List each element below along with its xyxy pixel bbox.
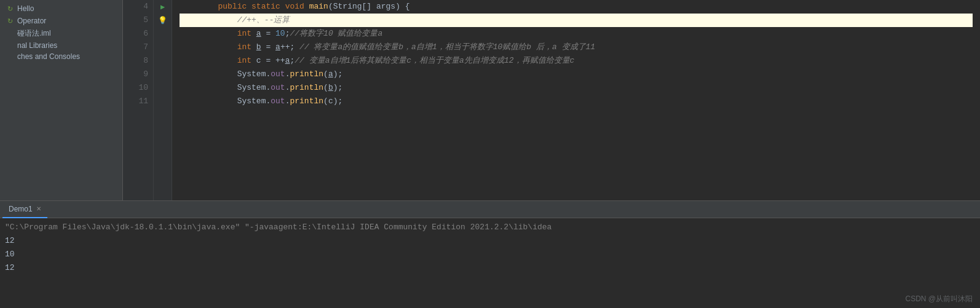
watermark: CSDN @从前叫沐阳 <box>905 292 973 306</box>
line-numbers: 4 5 6 7 8 9 10 11 <box>123 0 154 200</box>
tab-close-icon[interactable]: ✕ <box>36 205 41 212</box>
gutter-6 <box>154 27 172 41</box>
operator-class-icon: ↻ <box>5 16 15 26</box>
bulb-icon: 💡 <box>158 16 167 25</box>
sidebar-item-operator-label: Operator <box>17 17 46 25</box>
code-line-11: System.out.println(c); <box>180 95 973 108</box>
bottom-tabs: Demo1 ✕ <box>0 201 980 218</box>
bottom-panel: Demo1 ✕ "C:\Program Files\Java\jdk-18.0.… <box>0 200 980 308</box>
sidebar-item-iml[interactable]: 碰语法.iml <box>0 27 122 40</box>
output-line-1: 12 <box>5 234 975 248</box>
output-line-3: 12 <box>5 261 975 275</box>
code-line-6: int a = 10;//将数字10 赋值给变量a <box>180 27 973 41</box>
tab-demo1-label: Demo1 <box>9 205 33 213</box>
gutter-8 <box>154 54 172 68</box>
sidebar-item-operator[interactable]: ↻ Operator <box>0 15 122 27</box>
sidebar-item-libraries[interactable]: nal Libraries <box>0 40 122 51</box>
line-num-4: 4 <box>128 0 148 14</box>
cmd-line: "C:\Program Files\Java\jdk-18.0.1.1\bin\… <box>5 221 975 234</box>
code-line-10: System.out.println(b); <box>180 81 973 95</box>
sidebar: ↻ Hello ↻ Operator 碰语法.iml nal Libraries… <box>0 0 123 200</box>
code-line-4: public static void main(String[] args) { <box>180 0 973 14</box>
tab-demo1[interactable]: Demo1 ✕ <box>2 201 47 218</box>
line-num-10: 10 <box>128 81 148 95</box>
code-line-5: //++、--运算 <box>180 14 973 27</box>
gutter-bulb-5[interactable]: 💡 <box>154 14 172 27</box>
hello-class-icon: ↻ <box>5 4 15 14</box>
gutter: ▶ 💡 <box>154 0 172 200</box>
gutter-11 <box>154 95 172 108</box>
gutter-9 <box>154 68 172 81</box>
sidebar-item-consoles[interactable]: ches and Consoles <box>0 51 122 62</box>
output-line-2: 10 <box>5 248 975 261</box>
line-num-11: 11 <box>128 95 148 108</box>
sidebar-item-hello[interactable]: ↻ Hello <box>0 2 122 15</box>
code-line-8: int c = ++a;// 变量a自增1后将其赋给变量c，相当于变量a先自增变… <box>180 54 973 68</box>
editor-container: 4 5 6 7 8 9 10 11 ▶ 💡 <box>123 0 980 200</box>
bottom-content: "C:\Program Files\Java\jdk-18.0.1.1\bin\… <box>0 218 980 308</box>
line-num-5: 5 <box>128 14 148 27</box>
gutter-run-4[interactable]: ▶ <box>154 0 172 14</box>
sidebar-item-hello-label: Hello <box>17 4 34 13</box>
run-icon: ▶ <box>160 2 165 12</box>
code-line-9: System.out.println(a); <box>180 68 973 81</box>
line-num-6: 6 <box>128 27 148 41</box>
code-line-7: int b = a++; // 将变量a的值赋值给变量b，a自增1，相当于将数字… <box>180 41 973 54</box>
gutter-10 <box>154 81 172 95</box>
code-lines[interactable]: public static void main(String[] args) {… <box>172 0 980 200</box>
line-num-9: 9 <box>128 68 148 81</box>
code-editor[interactable]: 4 5 6 7 8 9 10 11 ▶ 💡 <box>123 0 980 200</box>
gutter-7 <box>154 41 172 54</box>
line-num-8: 8 <box>128 54 148 68</box>
line-num-7: 7 <box>128 41 148 54</box>
